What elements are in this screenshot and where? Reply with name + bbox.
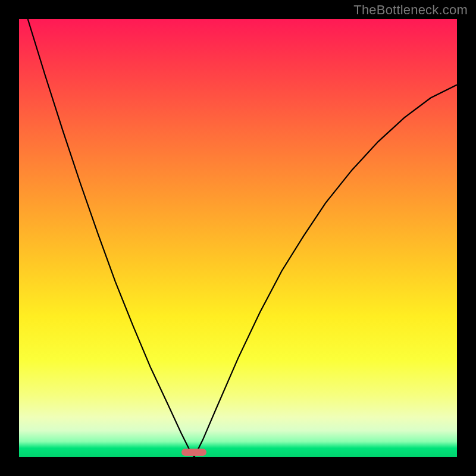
watermark-text: TheBottleneck.com	[353, 2, 468, 18]
curve-left-branch	[28, 19, 195, 457]
plot-area	[19, 19, 457, 457]
bottleneck-curve	[19, 19, 457, 457]
chart-frame: TheBottleneck.com	[0, 0, 476, 476]
balance-marker	[181, 449, 206, 456]
curve-right-branch	[194, 84, 457, 457]
